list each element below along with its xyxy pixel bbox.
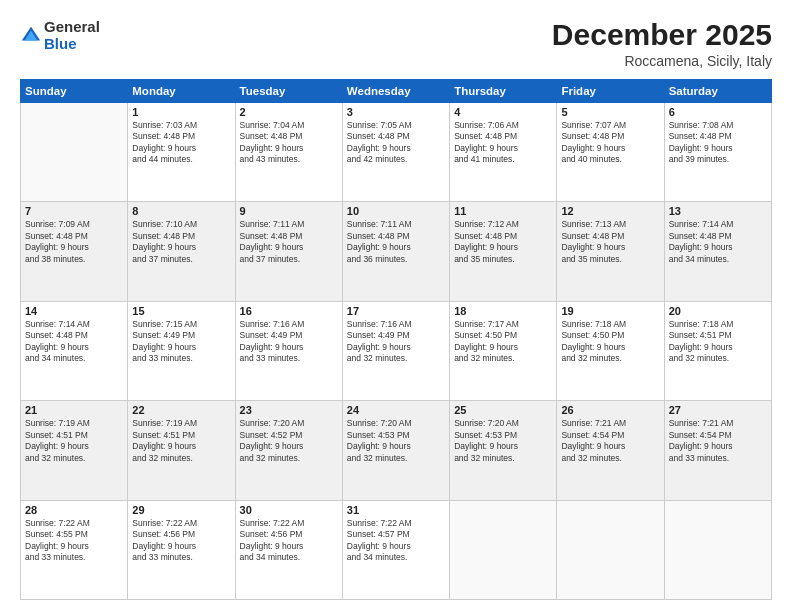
day-cell: 23Sunrise: 7:20 AMSunset: 4:52 PMDayligh… xyxy=(235,401,342,500)
day-cell: 26Sunrise: 7:21 AMSunset: 4:54 PMDayligh… xyxy=(557,401,664,500)
week-row-0: 1Sunrise: 7:03 AMSunset: 4:48 PMDaylight… xyxy=(21,103,772,202)
day-number: 18 xyxy=(454,305,552,317)
day-info: Sunrise: 7:22 AMSunset: 4:57 PMDaylight:… xyxy=(347,518,445,564)
col-header-sunday: Sunday xyxy=(21,80,128,103)
day-number: 13 xyxy=(669,205,767,217)
day-cell: 29Sunrise: 7:22 AMSunset: 4:56 PMDayligh… xyxy=(128,500,235,599)
col-header-monday: Monday xyxy=(128,80,235,103)
day-cell xyxy=(450,500,557,599)
day-cell: 15Sunrise: 7:15 AMSunset: 4:49 PMDayligh… xyxy=(128,301,235,400)
day-cell: 28Sunrise: 7:22 AMSunset: 4:55 PMDayligh… xyxy=(21,500,128,599)
day-number: 30 xyxy=(240,504,338,516)
day-info: Sunrise: 7:12 AMSunset: 4:48 PMDaylight:… xyxy=(454,219,552,265)
day-number: 16 xyxy=(240,305,338,317)
day-number: 3 xyxy=(347,106,445,118)
day-info: Sunrise: 7:13 AMSunset: 4:48 PMDaylight:… xyxy=(561,219,659,265)
day-info: Sunrise: 7:21 AMSunset: 4:54 PMDaylight:… xyxy=(561,418,659,464)
day-info: Sunrise: 7:08 AMSunset: 4:48 PMDaylight:… xyxy=(669,120,767,166)
day-info: Sunrise: 7:20 AMSunset: 4:52 PMDaylight:… xyxy=(240,418,338,464)
day-number: 22 xyxy=(132,404,230,416)
day-cell: 16Sunrise: 7:16 AMSunset: 4:49 PMDayligh… xyxy=(235,301,342,400)
day-info: Sunrise: 7:06 AMSunset: 4:48 PMDaylight:… xyxy=(454,120,552,166)
day-info: Sunrise: 7:14 AMSunset: 4:48 PMDaylight:… xyxy=(669,219,767,265)
week-row-1: 7Sunrise: 7:09 AMSunset: 4:48 PMDaylight… xyxy=(21,202,772,301)
col-header-saturday: Saturday xyxy=(664,80,771,103)
col-header-wednesday: Wednesday xyxy=(342,80,449,103)
day-cell: 24Sunrise: 7:20 AMSunset: 4:53 PMDayligh… xyxy=(342,401,449,500)
logo-text: General Blue xyxy=(44,18,100,53)
day-number: 24 xyxy=(347,404,445,416)
week-row-4: 28Sunrise: 7:22 AMSunset: 4:55 PMDayligh… xyxy=(21,500,772,599)
day-cell: 18Sunrise: 7:17 AMSunset: 4:50 PMDayligh… xyxy=(450,301,557,400)
day-cell: 3Sunrise: 7:05 AMSunset: 4:48 PMDaylight… xyxy=(342,103,449,202)
logo: General Blue xyxy=(20,18,100,53)
day-number: 27 xyxy=(669,404,767,416)
day-info: Sunrise: 7:18 AMSunset: 4:51 PMDaylight:… xyxy=(669,319,767,365)
day-cell: 14Sunrise: 7:14 AMSunset: 4:48 PMDayligh… xyxy=(21,301,128,400)
day-cell xyxy=(21,103,128,202)
day-cell: 6Sunrise: 7:08 AMSunset: 4:48 PMDaylight… xyxy=(664,103,771,202)
day-cell: 12Sunrise: 7:13 AMSunset: 4:48 PMDayligh… xyxy=(557,202,664,301)
day-cell: 8Sunrise: 7:10 AMSunset: 4:48 PMDaylight… xyxy=(128,202,235,301)
day-cell: 11Sunrise: 7:12 AMSunset: 4:48 PMDayligh… xyxy=(450,202,557,301)
day-number: 10 xyxy=(347,205,445,217)
header: General Blue December 2025 Roccamena, Si… xyxy=(20,18,772,69)
day-cell: 20Sunrise: 7:18 AMSunset: 4:51 PMDayligh… xyxy=(664,301,771,400)
day-cell xyxy=(557,500,664,599)
day-cell: 7Sunrise: 7:09 AMSunset: 4:48 PMDaylight… xyxy=(21,202,128,301)
day-number: 11 xyxy=(454,205,552,217)
day-info: Sunrise: 7:19 AMSunset: 4:51 PMDaylight:… xyxy=(25,418,123,464)
day-info: Sunrise: 7:21 AMSunset: 4:54 PMDaylight:… xyxy=(669,418,767,464)
day-number: 14 xyxy=(25,305,123,317)
day-info: Sunrise: 7:16 AMSunset: 4:49 PMDaylight:… xyxy=(240,319,338,365)
day-number: 8 xyxy=(132,205,230,217)
day-info: Sunrise: 7:15 AMSunset: 4:49 PMDaylight:… xyxy=(132,319,230,365)
day-info: Sunrise: 7:04 AMSunset: 4:48 PMDaylight:… xyxy=(240,120,338,166)
col-header-thursday: Thursday xyxy=(450,80,557,103)
day-cell: 9Sunrise: 7:11 AMSunset: 4:48 PMDaylight… xyxy=(235,202,342,301)
logo-icon xyxy=(20,24,42,46)
day-info: Sunrise: 7:14 AMSunset: 4:48 PMDaylight:… xyxy=(25,319,123,365)
day-info: Sunrise: 7:11 AMSunset: 4:48 PMDaylight:… xyxy=(347,219,445,265)
day-info: Sunrise: 7:22 AMSunset: 4:55 PMDaylight:… xyxy=(25,518,123,564)
calendar-table: SundayMondayTuesdayWednesdayThursdayFrid… xyxy=(20,79,772,600)
day-number: 4 xyxy=(454,106,552,118)
day-info: Sunrise: 7:20 AMSunset: 4:53 PMDaylight:… xyxy=(454,418,552,464)
day-info: Sunrise: 7:17 AMSunset: 4:50 PMDaylight:… xyxy=(454,319,552,365)
day-number: 26 xyxy=(561,404,659,416)
day-info: Sunrise: 7:10 AMSunset: 4:48 PMDaylight:… xyxy=(132,219,230,265)
day-number: 21 xyxy=(25,404,123,416)
day-info: Sunrise: 7:11 AMSunset: 4:48 PMDaylight:… xyxy=(240,219,338,265)
day-cell: 30Sunrise: 7:22 AMSunset: 4:56 PMDayligh… xyxy=(235,500,342,599)
day-number: 19 xyxy=(561,305,659,317)
day-cell: 5Sunrise: 7:07 AMSunset: 4:48 PMDaylight… xyxy=(557,103,664,202)
col-header-tuesday: Tuesday xyxy=(235,80,342,103)
day-cell: 31Sunrise: 7:22 AMSunset: 4:57 PMDayligh… xyxy=(342,500,449,599)
day-number: 31 xyxy=(347,504,445,516)
header-row: SundayMondayTuesdayWednesdayThursdayFrid… xyxy=(21,80,772,103)
day-cell: 10Sunrise: 7:11 AMSunset: 4:48 PMDayligh… xyxy=(342,202,449,301)
day-info: Sunrise: 7:20 AMSunset: 4:53 PMDaylight:… xyxy=(347,418,445,464)
day-cell: 2Sunrise: 7:04 AMSunset: 4:48 PMDaylight… xyxy=(235,103,342,202)
day-cell: 17Sunrise: 7:16 AMSunset: 4:49 PMDayligh… xyxy=(342,301,449,400)
day-info: Sunrise: 7:22 AMSunset: 4:56 PMDaylight:… xyxy=(132,518,230,564)
logo-general: General xyxy=(44,18,100,35)
day-number: 6 xyxy=(669,106,767,118)
col-header-friday: Friday xyxy=(557,80,664,103)
day-info: Sunrise: 7:05 AMSunset: 4:48 PMDaylight:… xyxy=(347,120,445,166)
day-cell: 22Sunrise: 7:19 AMSunset: 4:51 PMDayligh… xyxy=(128,401,235,500)
day-info: Sunrise: 7:18 AMSunset: 4:50 PMDaylight:… xyxy=(561,319,659,365)
location: Roccamena, Sicily, Italy xyxy=(552,53,772,69)
day-cell: 13Sunrise: 7:14 AMSunset: 4:48 PMDayligh… xyxy=(664,202,771,301)
day-info: Sunrise: 7:19 AMSunset: 4:51 PMDaylight:… xyxy=(132,418,230,464)
day-info: Sunrise: 7:07 AMSunset: 4:48 PMDaylight:… xyxy=(561,120,659,166)
week-row-2: 14Sunrise: 7:14 AMSunset: 4:48 PMDayligh… xyxy=(21,301,772,400)
day-number: 2 xyxy=(240,106,338,118)
day-number: 20 xyxy=(669,305,767,317)
day-number: 23 xyxy=(240,404,338,416)
title-area: December 2025 Roccamena, Sicily, Italy xyxy=(552,18,772,69)
day-cell: 25Sunrise: 7:20 AMSunset: 4:53 PMDayligh… xyxy=(450,401,557,500)
logo-blue: Blue xyxy=(44,35,77,52)
day-cell: 21Sunrise: 7:19 AMSunset: 4:51 PMDayligh… xyxy=(21,401,128,500)
week-row-3: 21Sunrise: 7:19 AMSunset: 4:51 PMDayligh… xyxy=(21,401,772,500)
